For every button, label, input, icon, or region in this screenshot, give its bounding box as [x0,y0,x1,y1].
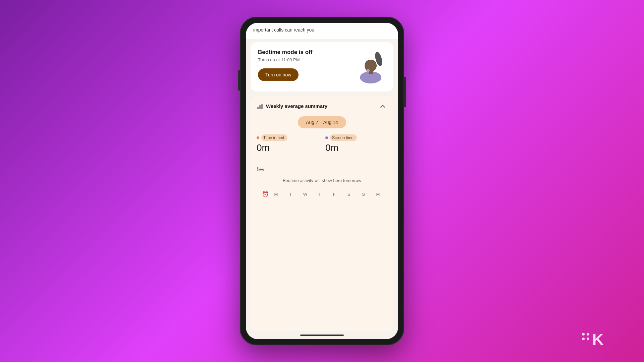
day-T1: T [286,192,294,197]
phone-wrapper: important calls can reach you. Bedtime m… [240,17,404,345]
screen-time-dot [325,136,328,139]
time-in-bed-label-container: Time in bed [257,134,319,141]
phone-screen: important calls can reach you. Bedtime m… [246,23,398,339]
watermark-dots [582,333,589,340]
svg-rect-6 [257,107,259,109]
bedtime-info: Bedtime mode is off Turns on at 11:00 PM… [258,49,353,81]
bedtime-card: Bedtime mode is off Turns on at 11:00 PM… [251,42,393,92]
bed-icon: 🛏️ [257,164,264,171]
sleeping-person-icon [353,47,387,84]
weekly-header-left: Weekly average summary [257,103,327,110]
day-M1: M [272,192,280,197]
chart-area: 🛏️ [257,158,387,171]
time-in-bed-label: Time in bed [261,134,287,141]
date-range-pill: Aug 7 – Aug 14 [298,116,346,128]
chevron-up-icon [379,103,386,110]
bedtime-title: Bedtime mode is off [258,49,353,56]
screen-content: important calls can reach you. Bedtime m… [246,23,398,339]
watermark-dot-4 [587,338,589,340]
chart-baseline [257,167,387,167]
top-text: important calls can reach you. [246,23,398,39]
collapse-button[interactable] [378,102,387,111]
alarm-clock-icon: ⏰ [262,191,269,197]
time-in-bed-value: 0m [257,142,319,153]
bar-chart-icon [257,103,263,110]
weekly-summary-card: Weekly average summary Aug 7 – Aug 14 [251,96,393,331]
svg-point-5 [366,69,370,72]
day-S2: S [360,192,368,197]
watermark-dot-2 [587,333,589,336]
watermark-dot-1 [582,333,585,336]
day-M2: M [374,192,382,197]
stats-row: Time in bed 0m Screen time 0m [257,134,387,155]
day-T2: T [316,192,324,197]
screen-time-stat: Screen time 0m [325,134,387,155]
days-row: M T W T F S S M [272,192,382,197]
screen-time-label: Screen time [330,134,357,141]
svg-rect-8 [261,104,263,109]
watermark-dot-3 [582,338,585,340]
turn-on-button[interactable]: Turn on now [258,68,299,81]
days-section: ⏰ M T W T F S S M [257,188,387,201]
weekly-title: Weekly average summary [266,103,327,109]
top-text-content: important calls can reach you. [253,27,316,33]
home-indicator [300,335,344,336]
phone-frame: important calls can reach you. Bedtime m… [240,17,404,345]
screen-time-value: 0m [325,142,387,153]
watermark-letter: K [592,330,604,349]
bedtime-illustration [353,47,387,84]
activity-message: Bedtime activity will show here tomorrow [257,171,387,188]
weekly-header: Weekly average summary [257,102,387,111]
svg-rect-7 [259,105,261,109]
day-F: F [330,192,338,197]
day-S1: S [345,192,353,197]
day-W: W [301,192,309,197]
time-in-bed-dot [257,136,259,139]
screen-time-label-container: Screen time [325,134,387,141]
time-in-bed-stat: Time in bed 0m [257,134,319,155]
bedtime-subtitle: Turns on at 11:00 PM [258,57,353,62]
watermark: K [582,330,604,349]
